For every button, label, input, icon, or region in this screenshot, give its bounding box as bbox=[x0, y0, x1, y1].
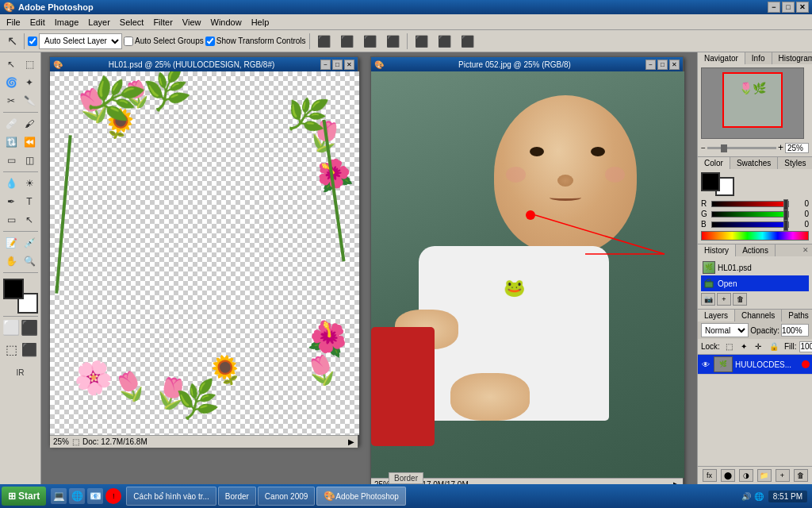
nav-slider[interactable] bbox=[707, 147, 776, 149]
tab-navigator[interactable]: Navigator bbox=[698, 52, 745, 64]
tab-histogram[interactable]: Histogram bbox=[772, 52, 813, 64]
lock-image-icon[interactable]: ✦ bbox=[738, 341, 749, 352]
clone-tool[interactable]: 🔃 bbox=[2, 133, 20, 151]
crop-tool[interactable]: ✂ bbox=[2, 92, 20, 110]
tab-info[interactable]: Info bbox=[745, 52, 772, 64]
taskbar-btn-photoshop[interactable]: 🎨 Adobe Photoshop bbox=[316, 487, 406, 506]
foreground-color[interactable] bbox=[3, 279, 24, 299]
doc-2-canvas[interactable]: 🐸 bbox=[371, 71, 684, 478]
notes-tool[interactable]: 📝 bbox=[2, 234, 20, 252]
marquee-tool[interactable]: ⬚ bbox=[21, 56, 38, 73]
nav-zoom-out-icon[interactable]: − bbox=[701, 144, 706, 152]
menu-file[interactable]: File bbox=[2, 16, 25, 29]
align-btn-4[interactable]: ⬛ bbox=[382, 33, 404, 50]
doc-1-minimize[interactable]: − bbox=[320, 60, 331, 70]
tab-swatches[interactable]: Swatches bbox=[730, 157, 778, 169]
r-slider[interactable] bbox=[711, 201, 789, 207]
layer-delete-btn[interactable]: 🗑 bbox=[794, 469, 808, 482]
doc-1-close[interactable]: ✕ bbox=[344, 60, 354, 70]
nav-zoom-in-icon[interactable]: + bbox=[778, 142, 783, 153]
distribute-btn-1[interactable]: ⬛ bbox=[411, 33, 432, 50]
taskbar-btn-1[interactable]: Cách bổ hình vào tr... bbox=[126, 487, 216, 506]
brush-tool[interactable]: 🖌 bbox=[21, 115, 38, 133]
menu-image[interactable]: Image bbox=[50, 16, 84, 29]
show-transform-checkbox[interactable] bbox=[205, 37, 215, 46]
taskbar-btn-2[interactable]: Border bbox=[218, 487, 256, 506]
color-spectrum[interactable] bbox=[701, 231, 809, 241]
text-tool[interactable]: T bbox=[21, 193, 38, 210]
auto-select-dropdown[interactable]: Auto Select Layer bbox=[39, 33, 122, 49]
distribute-btn-2[interactable]: ⬛ bbox=[434, 33, 455, 50]
doc-1-canvas[interactable]: 🌷 🌻 🌷 🌿 🌿 🌷 🌺 🌿 🌸 🌷 🌷 🌻 🌿 bbox=[50, 71, 359, 435]
fullscreen-btn[interactable]: ⬛ bbox=[21, 341, 38, 358]
layer-new-btn[interactable]: + bbox=[776, 469, 790, 482]
menu-window[interactable]: Window bbox=[206, 16, 247, 29]
start-button[interactable]: ⊞ Start bbox=[2, 487, 46, 506]
lock-all-icon[interactable]: 🔒 bbox=[767, 341, 781, 352]
close-button[interactable]: ✕ bbox=[796, 2, 809, 13]
navigator-preview[interactable]: 🌷🌿 bbox=[701, 67, 804, 139]
doc-2-titlebar[interactable]: 🎨 Picture 052.jpg @ 25% (RGB/8) − □ ✕ bbox=[371, 57, 683, 71]
doc-2-minimize[interactable]: − bbox=[645, 60, 656, 70]
layer-visibility-icon[interactable]: 👁 bbox=[700, 359, 711, 370]
nav-zoom-value[interactable]: 25% bbox=[785, 143, 809, 153]
tray-icon-speaker[interactable]: 🔊 bbox=[741, 492, 751, 501]
layer-new-fill-btn[interactable]: ◑ bbox=[739, 469, 753, 482]
screen-mode-btn[interactable]: ⬚ bbox=[2, 341, 20, 358]
menu-edit[interactable]: Edit bbox=[25, 16, 50, 29]
menu-select[interactable]: Select bbox=[115, 16, 149, 29]
lock-position-icon[interactable]: ✛ bbox=[753, 341, 764, 352]
lasso-tool[interactable]: 🌀 bbox=[2, 74, 20, 91]
tab-history[interactable]: History bbox=[698, 244, 736, 256]
path-select[interactable]: ↖ bbox=[21, 211, 38, 229]
eyedropper-tool[interactable]: 💉 bbox=[21, 234, 38, 252]
doc-1-titlebar[interactable]: 🎨 HL01.psd @ 25% (HUULOCDESIGN, RGB/8#) … bbox=[50, 57, 358, 71]
distribute-btn-3[interactable]: ⬛ bbox=[457, 33, 478, 50]
color-swatches[interactable] bbox=[3, 279, 38, 314]
auto-select-groups-checkbox[interactable] bbox=[124, 37, 133, 46]
fill-input[interactable] bbox=[799, 341, 812, 352]
pen-tool[interactable]: ✒ bbox=[2, 193, 20, 210]
lock-transparent-icon[interactable]: ⬚ bbox=[723, 341, 735, 352]
tab-color[interactable]: Color bbox=[698, 157, 730, 169]
b-slider[interactable] bbox=[711, 221, 789, 228]
maximize-button[interactable]: □ bbox=[782, 2, 795, 13]
zoom-tool[interactable]: 🔍 bbox=[21, 252, 38, 270]
menu-layer[interactable]: Layer bbox=[83, 16, 115, 29]
history-new-btn[interactable]: + bbox=[717, 293, 731, 306]
align-btn-2[interactable]: ⬛ bbox=[336, 33, 358, 50]
opacity-input[interactable] bbox=[781, 324, 809, 337]
layer-item-1[interactable]: 👁 🌿 HUULOCDES... bbox=[698, 355, 812, 375]
tab-actions[interactable]: Actions bbox=[736, 244, 776, 256]
history-brush[interactable]: ⏪ bbox=[21, 133, 38, 151]
hand-tool[interactable]: ✋ bbox=[2, 252, 20, 270]
gradient-tool[interactable]: ◫ bbox=[21, 152, 38, 169]
history-item-2[interactable]: Open bbox=[701, 275, 809, 291]
auto-select-checkbox[interactable] bbox=[28, 37, 37, 46]
imageready-btn[interactable]: IR bbox=[12, 364, 29, 381]
doc-1-maximize[interactable]: □ bbox=[332, 60, 343, 70]
tab-channels[interactable]: Channels bbox=[735, 310, 782, 321]
minimize-button[interactable]: − bbox=[768, 2, 780, 13]
tab-styles[interactable]: Styles bbox=[778, 157, 812, 169]
history-delete-btn[interactable]: 🗑 bbox=[733, 293, 747, 306]
doc-2-maximize[interactable]: □ bbox=[657, 60, 668, 70]
layer-group-btn[interactable]: 📁 bbox=[757, 469, 772, 482]
eraser-tool[interactable]: ▭ bbox=[2, 152, 20, 169]
tray-icon-network[interactable]: 🌐 bbox=[754, 492, 764, 501]
menu-help[interactable]: Help bbox=[247, 16, 274, 29]
tab-paths[interactable]: Paths bbox=[782, 310, 812, 321]
quick-icon-3[interactable]: 📧 bbox=[87, 488, 103, 504]
quick-icon-1[interactable]: 💻 bbox=[51, 488, 67, 504]
blur-tool[interactable]: 💧 bbox=[2, 175, 20, 192]
layer-style-btn[interactable]: fx bbox=[703, 469, 717, 482]
menu-filter[interactable]: Filter bbox=[148, 16, 177, 29]
g-slider[interactable] bbox=[711, 211, 789, 217]
slice-tool[interactable]: 🔪 bbox=[21, 92, 38, 110]
magic-wand-tool[interactable]: ✦ bbox=[21, 74, 38, 91]
blend-mode-select[interactable]: Normal Multiply Screen bbox=[701, 323, 749, 337]
layer-mask-btn[interactable]: ⬤ bbox=[721, 469, 735, 482]
align-btn-1[interactable]: ⬛ bbox=[313, 33, 335, 50]
history-item-1[interactable]: 🌿 HL01.psd bbox=[701, 260, 809, 275]
move-tool[interactable]: ↖ bbox=[2, 56, 20, 73]
